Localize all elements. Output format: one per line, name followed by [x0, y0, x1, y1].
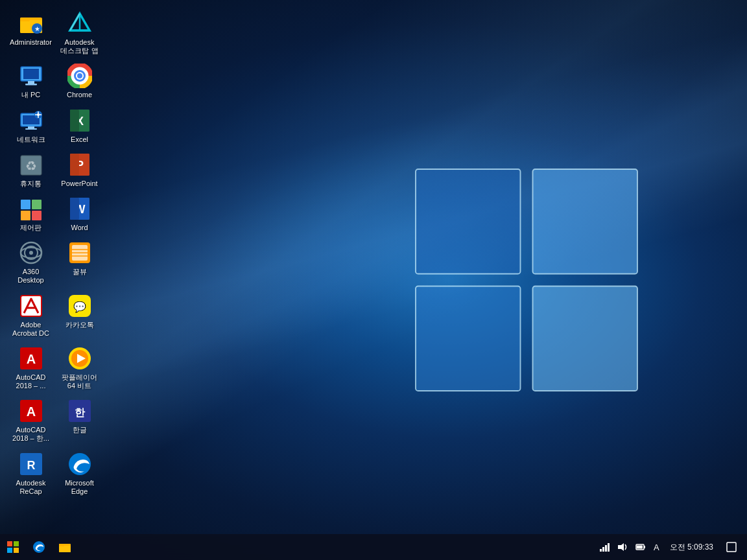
- desktop-icon-network[interactable]: 네트워크: [6, 104, 55, 148]
- svg-rect-74: [14, 541, 19, 546]
- svg-rect-47: [70, 198, 79, 220]
- taskbar-edge-pin[interactable]: [26, 534, 52, 560]
- desktop-icon-hangul[interactable]: 한 한글: [55, 394, 104, 438]
- svg-rect-6: [20, 18, 30, 21]
- desktop-icon-autodesk-desktop[interactable]: Autodesk 데스크탑 앱: [55, 6, 104, 59]
- svg-rect-84: [608, 543, 610, 552]
- control-panel-label: 제어판: [20, 224, 42, 232]
- svg-rect-23: [28, 126, 34, 128]
- taskbar-explorer-pin[interactable]: [52, 534, 78, 560]
- network-tray-icon: [599, 542, 610, 552]
- svg-rect-2: [416, 286, 521, 391]
- svg-rect-87: [644, 546, 645, 548]
- svg-rect-76: [14, 548, 19, 553]
- tray-notification-button[interactable]: [721, 534, 742, 560]
- svg-rect-0: [416, 169, 521, 274]
- powerpoint-icon: P: [67, 152, 93, 178]
- svg-rect-32: [70, 110, 79, 132]
- excel-icon: X: [67, 108, 93, 134]
- control-panel-icon: [18, 196, 44, 222]
- notification-icon: [726, 542, 737, 552]
- desktop-icon-potplayer[interactable]: 팟플레이어 64 비트: [55, 342, 104, 394]
- a360-label: A360 Desktop: [9, 268, 53, 285]
- desktop-icon-edge[interactable]: Microsoft Edge: [55, 447, 104, 500]
- windows-logo-bg: [403, 157, 650, 403]
- desktop-icon-my-pc[interactable]: 내 PC: [6, 59, 55, 103]
- desktop-icon-recap[interactable]: R Autodesk ReCap: [6, 447, 55, 500]
- desktop-icon-autocad-a[interactable]: A AutoCAD 2018 – ...: [6, 342, 55, 394]
- svg-rect-3: [533, 286, 638, 391]
- svg-rect-14: [23, 69, 39, 79]
- adobe-label: Adobe Acrobat DC: [9, 321, 53, 338]
- autodesk-desktop-label: Autodesk 데스크탑 앱: [58, 38, 101, 55]
- hangul-icon: 한: [67, 398, 93, 424]
- recycle-icon: ♻: [18, 152, 44, 178]
- desktop-icon-recycle[interactable]: ♻ 휴지통: [6, 148, 55, 192]
- network-icon: [18, 108, 44, 134]
- volume-tray-icon: [617, 542, 628, 552]
- autocad-a-icon: A: [18, 345, 44, 371]
- desktop-icon-control-panel[interactable]: 제어판: [6, 192, 55, 236]
- svg-rect-41: [32, 200, 42, 209]
- autocad-a-label: AutoCAD 2018 – ...: [9, 373, 53, 390]
- desktop-icon-a360[interactable]: A360 Desktop: [6, 236, 55, 288]
- tray-clock[interactable]: 오전 5:09:33: [665, 542, 718, 552]
- svg-rect-89: [727, 542, 736, 552]
- svg-text:A: A: [26, 352, 35, 366]
- recap-icon: R: [18, 451, 44, 477]
- tray-battery-icon[interactable]: [633, 534, 648, 560]
- kakaotalk-icon: 💬: [67, 293, 93, 319]
- svg-marker-85: [618, 543, 624, 551]
- svg-rect-83: [605, 545, 607, 552]
- desktop-icon-kakaotalk[interactable]: 💬 카카오톡: [55, 289, 104, 333]
- word-icon: W: [67, 196, 93, 222]
- svg-rect-81: [600, 549, 602, 552]
- svg-text:한: 한: [75, 407, 86, 418]
- svg-point-20: [77, 73, 82, 78]
- autodesk-desktop-icon: [67, 10, 93, 36]
- desktop-icon-autocad-b[interactable]: A AutoCAD 2018 – 한...: [6, 394, 55, 447]
- svg-line-12: [70, 14, 80, 30]
- ggulbyu-label: 꿀뷰: [73, 268, 87, 276]
- desktop-icon-adobe[interactable]: Adobe Acrobat DC: [6, 289, 55, 342]
- edge-desktop-label: Microsoft Edge: [58, 479, 101, 496]
- edge-desktop-icon: [67, 451, 93, 477]
- svg-text:A: A: [26, 404, 35, 419]
- svg-point-77: [33, 541, 45, 553]
- svg-rect-75: [7, 548, 12, 553]
- ggulbyu-icon: [67, 240, 93, 266]
- svg-rect-80: [59, 544, 64, 546]
- start-button[interactable]: [0, 534, 26, 560]
- taskbar-tray: A 오전 5:09:33: [597, 534, 747, 560]
- chrome-icon: [67, 63, 93, 89]
- my-pc-label: 내 PC: [21, 91, 40, 99]
- recap-label: Autodesk ReCap: [9, 479, 53, 496]
- desktop-icon-ggulbyu[interactable]: 꿀뷰: [55, 236, 104, 280]
- desktop-icon-word[interactable]: W Word: [55, 192, 104, 236]
- potplayer-label: 팟플레이어 64 비트: [58, 373, 101, 390]
- recycle-label: 휴지통: [20, 180, 42, 188]
- windows-start-icon: [7, 541, 19, 553]
- battery-tray-icon: [635, 542, 646, 552]
- potplayer-icon: [67, 345, 93, 371]
- hangul-label: 한글: [73, 426, 87, 434]
- desktop-icon-excel[interactable]: X Excel: [55, 104, 104, 148]
- svg-rect-16: [25, 84, 37, 86]
- desktop: ★ Administrator Autodesk 데스크탑 앱: [0, 0, 747, 560]
- tray-network-icon[interactable]: [597, 534, 612, 560]
- word-label: Word: [71, 224, 88, 232]
- excel-label: Excel: [71, 135, 88, 144]
- svg-rect-73: [7, 541, 12, 546]
- desktop-icon-administrator[interactable]: ★ Administrator: [6, 6, 55, 51]
- tray-volume-icon[interactable]: [615, 534, 630, 560]
- svg-point-51: [29, 251, 33, 255]
- administrator-icon: ★: [18, 10, 44, 36]
- tray-language-indicator[interactable]: A: [651, 542, 662, 552]
- taskbar-edge-icon: [32, 541, 45, 554]
- autocad-b-icon: A: [18, 398, 44, 424]
- desktop-icon-powerpoint[interactable]: P PowerPoint: [55, 148, 104, 192]
- svg-text:★: ★: [34, 25, 40, 32]
- tray-time-text: 오전 5:09:33: [670, 542, 713, 552]
- desktop-icon-chrome[interactable]: Chrome: [55, 59, 104, 103]
- chrome-label: Chrome: [67, 91, 92, 99]
